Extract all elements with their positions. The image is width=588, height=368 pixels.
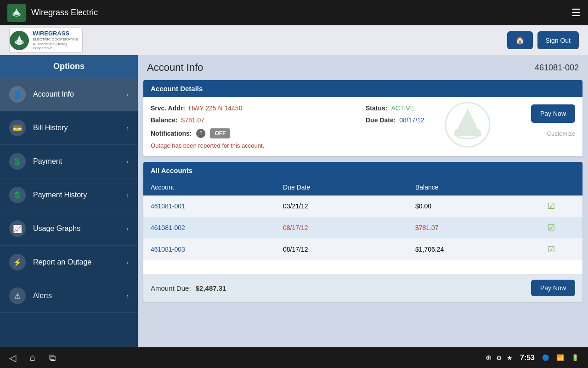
col-balance: Balance [415, 184, 548, 191]
back-icon[interactable]: ◁ [9, 352, 16, 363]
col-action [548, 184, 575, 191]
table-row: 461081-003 08/17/12 $1,706.24 ☑ [143, 239, 582, 260]
sidebar-item-alerts[interactable]: ⚠ Alerts › [0, 279, 138, 313]
page-title: Account Info [147, 62, 203, 74]
home-nav-icon[interactable]: ⌂ [30, 352, 35, 363]
sidebar-item-bill-history[interactable]: 💳 Bill History › [0, 111, 138, 145]
chevron-right-icon: › [126, 91, 129, 98]
bottom-nav-left: ◁ ⌂ ⧉ [9, 352, 56, 363]
sidebar-item-payment-history[interactable]: 💲 Payment History › [0, 178, 138, 212]
account-link-1[interactable]: 461081-001 [151, 202, 283, 210]
amount-due-label: Amount Due: $2,487.31 [151, 284, 226, 292]
chevron-right-icon: › [126, 259, 129, 266]
logo-text: WIREGRASS ELECTRIC COOPERATIVE A Touchst… [33, 30, 82, 50]
sidebar-label-usage-graphs: Usage Graphs [33, 224, 126, 233]
account-details-grid: Srvc. Addr: HWY 225 N 14450 Balance: $78… [151, 104, 575, 124]
payment-icon: 💲 [9, 153, 26, 170]
service-address-detail: Srvc. Addr: HWY 225 N 14450 [151, 104, 360, 112]
menu-icon[interactable]: ☰ [571, 7, 581, 19]
status-icons: ⊕ ⚙ ★ [486, 353, 513, 362]
sidebar-item-usage-graphs[interactable]: 📈 Usage Graphs › [0, 212, 138, 246]
logo-title: WIREGRASS [33, 30, 82, 37]
home-button[interactable]: 🏠 [507, 31, 533, 49]
account-details-header: Account Details [143, 80, 582, 97]
sidebar-label-bill-history: Bill History [33, 124, 126, 132]
service-address-value[interactable]: HWY 225 N 14450 [189, 104, 242, 112]
pay-now-button-top[interactable]: Pay Now [531, 104, 575, 123]
sidebar: Options 👤 Account Info › 💳 Bill History … [0, 55, 138, 347]
outage-message: Outage has been reported for this accoun… [151, 142, 575, 149]
sidebar-label-account-info: Account Info [33, 90, 126, 98]
table-row: 461081-002 08/17/12 $781.07 ☑ [143, 217, 582, 239]
sidebar-label-payment: Payment [33, 157, 126, 166]
gps-icon: ⊕ [486, 353, 492, 362]
account-details-card: Account Details Pay Now Srvc. Addr: [143, 80, 582, 156]
content-area: Account Info 461081-002 Account Details … [138, 55, 588, 347]
due-date-2: 08/17/12 [283, 224, 415, 231]
sidebar-label-report-outage: Report an Outage [33, 258, 126, 266]
bluetooth-icon: 🔵 [542, 354, 549, 361]
checkbox-icon-3[interactable]: ☑ [548, 244, 575, 254]
account-link-3[interactable]: 461081-003 [151, 246, 283, 253]
sidebar-label-alerts: Alerts [33, 292, 126, 300]
table-spacer [143, 260, 582, 274]
account-link-2[interactable]: 461081-002 [151, 224, 283, 231]
bottom-nav-right: ⊕ ⚙ ★ 7:53 🔵 📶 🔋 [486, 353, 579, 362]
checkbox-icon-1[interactable]: ☑ [548, 201, 575, 211]
balance-1: $0.00 [415, 202, 548, 210]
logo-tagline: A Touchstone Energy Cooperative [33, 42, 82, 51]
content-header: Account Info 461081-002 [138, 55, 588, 80]
col-account: Account [151, 184, 283, 191]
notifications-row: Notifications: ? OFF Customize [151, 128, 575, 138]
logo-circle [10, 31, 29, 50]
settings-icon: ⚙ [496, 354, 502, 362]
balance-2: $781.07 [415, 224, 548, 231]
header: WIREGRASS ELECTRIC COOPERATIVE A Touchst… [0, 25, 588, 55]
customize-link[interactable]: Customize [547, 130, 575, 137]
sidebar-item-payment[interactable]: 💲 Payment › [0, 145, 138, 178]
col-due-date: Due Date [283, 184, 415, 191]
table-header: Account Due Date Balance [143, 179, 582, 196]
chevron-right-icon: › [126, 225, 129, 232]
due-date-label: Due Date: [366, 116, 396, 124]
all-accounts-header: All Accounts [143, 162, 582, 179]
apps-icon[interactable]: ⧉ [49, 352, 56, 363]
amount-due-value: $2,487.31 [196, 284, 226, 292]
service-address-row: Srvc. Addr: HWY 225 N 14450 Balance: $78… [151, 104, 360, 124]
chevron-right-icon: › [126, 158, 129, 165]
table-row: 461081-001 03/21/12 $0.00 ☑ [143, 196, 582, 217]
balance-label: Balance: [151, 116, 177, 124]
card-footer: Amount Due: $2,487.31 Pay Now [143, 274, 582, 302]
chevron-right-icon: › [126, 124, 129, 132]
help-icon[interactable]: ? [196, 129, 205, 138]
signout-button[interactable]: Sign Out [537, 31, 579, 49]
alerts-icon: ⚠ [9, 288, 26, 304]
amount-due-text-label: Amount Due: [151, 284, 191, 292]
all-accounts-card: All Accounts Account Due Date Balance 46… [143, 162, 582, 302]
chevron-right-icon: › [126, 191, 129, 199]
sidebar-item-account-info[interactable]: 👤 Account Info › [0, 78, 138, 111]
sidebar-item-report-outage[interactable]: ⚡ Report an Outage › [0, 246, 138, 279]
due-date-3: 08/17/12 [283, 246, 415, 253]
app-logo [7, 4, 26, 22]
pay-now-button-footer[interactable]: Pay Now [531, 280, 575, 296]
due-date-value: 08/17/12 [399, 116, 424, 124]
wifi-icon: 📶 [557, 354, 564, 361]
account-number-display: 461081-002 [535, 63, 579, 73]
notifications-toggle[interactable]: OFF [210, 128, 230, 138]
bottom-bar: ◁ ⌂ ⧉ ⊕ ⚙ ★ 7:53 🔵 📶 🔋 [0, 347, 588, 368]
account-details-body: Pay Now Srvc. Addr: HWY 225 N 14450 Bala… [143, 97, 582, 156]
battery-icon: 🔋 [571, 354, 579, 361]
logo-box: WIREGRASS ELECTRIC COOPERATIVE A Touchst… [9, 28, 83, 53]
main-layout: Options 👤 Account Info › 💳 Bill History … [0, 55, 588, 347]
logo-subtitle: ELECTRIC COOPERATIVE [33, 37, 82, 42]
options-header: Options [0, 55, 138, 78]
checkbox-icon-2[interactable]: ☑ [548, 223, 575, 233]
notifications-label: Notifications: [151, 130, 192, 137]
header-buttons: 🏠 Sign Out [507, 31, 579, 49]
service-address-label: Srvc. Addr: [151, 104, 185, 112]
report-outage-icon: ⚡ [9, 254, 26, 270]
star-icon: ★ [507, 354, 513, 362]
balance-3: $1,706.24 [415, 246, 548, 253]
bill-history-icon: 💳 [9, 120, 26, 136]
